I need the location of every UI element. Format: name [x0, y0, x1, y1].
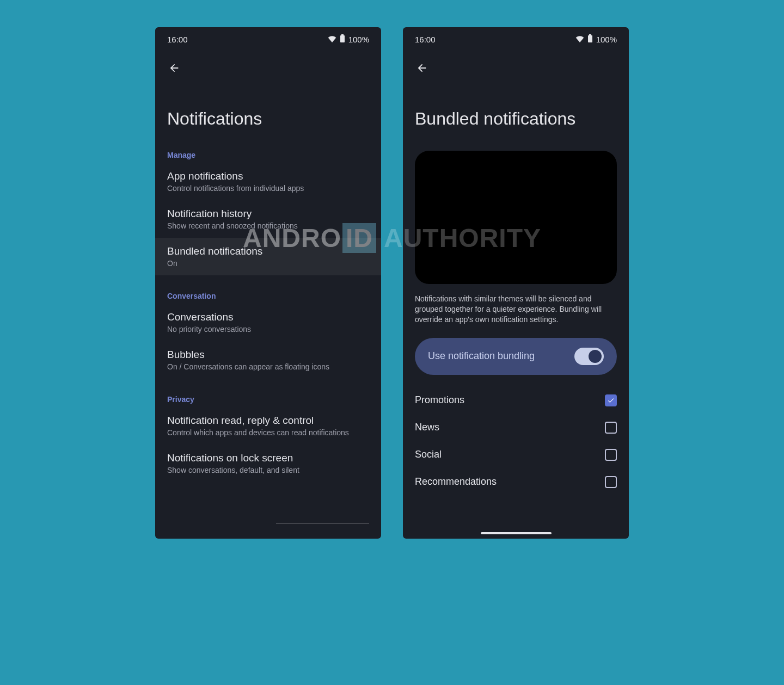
item-subtitle: On / Conversations can appear as floatin… [167, 362, 369, 371]
item-title: App notifications [167, 170, 369, 182]
settings-item-bundled-notifications[interactable]: Bundled notificationsOn [155, 238, 381, 275]
settings-item-notification-history[interactable]: Notification historyShow recent and snoo… [155, 200, 381, 238]
hero-illustration-placeholder [415, 151, 617, 284]
checkbox-unchecked-icon[interactable] [605, 422, 617, 434]
svg-rect-2 [588, 35, 592, 42]
svg-rect-3 [589, 34, 591, 35]
checkbox-unchecked-icon[interactable] [605, 449, 617, 461]
settings-item-notif-lock-screen[interactable]: Notifications on lock screenShow convers… [155, 445, 381, 482]
battery-icon [587, 34, 593, 45]
checkbox-unchecked-icon[interactable] [605, 476, 617, 488]
status-bar: 16:00 100% [403, 27, 629, 51]
nav-handle[interactable] [481, 532, 552, 534]
status-battery-pct: 100% [348, 35, 369, 44]
item-subtitle: Control which apps and devices can read … [167, 428, 369, 437]
status-battery-pct: 100% [596, 35, 617, 44]
item-subtitle: On [167, 259, 369, 268]
settings-item-notif-read-reply[interactable]: Notification read, reply & controlContro… [155, 407, 381, 445]
use-notification-bundling-toggle[interactable]: Use notification bundling [415, 338, 617, 375]
category-row-news[interactable]: News [403, 414, 629, 441]
settings-item-app-notifications[interactable]: App notificationsControl notifications f… [155, 163, 381, 200]
section-header-conversation: Conversation [155, 275, 381, 304]
checkbox-checked-icon[interactable] [605, 394, 617, 406]
item-title: Notification read, reply & control [167, 415, 369, 427]
switch-on-icon [574, 348, 604, 365]
category-label: News [415, 422, 439, 433]
item-title: Bundled notifications [167, 245, 369, 257]
item-subtitle: Show recent and snoozed notifications [167, 221, 369, 230]
toggle-label: Use notification bundling [428, 350, 535, 362]
svg-rect-0 [340, 35, 345, 42]
wifi-icon [328, 35, 336, 44]
category-label: Promotions [415, 394, 464, 406]
page-title: Notifications [155, 82, 381, 134]
item-subtitle: No priority conversations [167, 325, 369, 334]
item-title: Notification history [167, 208, 369, 220]
category-label: Social [415, 449, 442, 460]
status-bar: 16:00 100% [155, 27, 381, 51]
item-title: Notifications on lock screen [167, 452, 369, 464]
category-row-promotions[interactable]: Promotions [403, 387, 629, 414]
battery-icon [340, 34, 345, 45]
item-title: Bubbles [167, 349, 369, 361]
phone-notifications-settings: 16:00 100% Notifications ManageApp notif… [155, 27, 381, 539]
settings-item-bubbles[interactable]: BubblesOn / Conversations can appear as … [155, 341, 381, 379]
item-subtitle: Show conversations, default, and silent [167, 466, 369, 474]
category-label: Recommendations [415, 476, 497, 487]
item-subtitle: Control notifications from individual ap… [167, 184, 369, 193]
phone-bundled-notifications: 16:00 100% Bundled notifications Notific… [403, 27, 629, 539]
page-title: Bundled notifications [403, 82, 629, 134]
bundling-description: Notifications with similar themes will b… [403, 291, 629, 332]
section-header-privacy: Privacy [155, 379, 381, 407]
wifi-icon [575, 35, 584, 44]
svg-rect-1 [341, 34, 344, 35]
status-time: 16:00 [167, 35, 188, 44]
section-header-manage: Manage [155, 134, 381, 163]
category-row-recommendations[interactable]: Recommendations [403, 468, 629, 496]
item-title: Conversations [167, 311, 369, 323]
back-icon[interactable] [167, 61, 181, 75]
status-time: 16:00 [415, 35, 436, 44]
category-row-social[interactable]: Social [403, 441, 629, 468]
back-icon[interactable] [415, 61, 429, 75]
settings-item-conversations[interactable]: ConversationsNo priority conversations [155, 304, 381, 341]
